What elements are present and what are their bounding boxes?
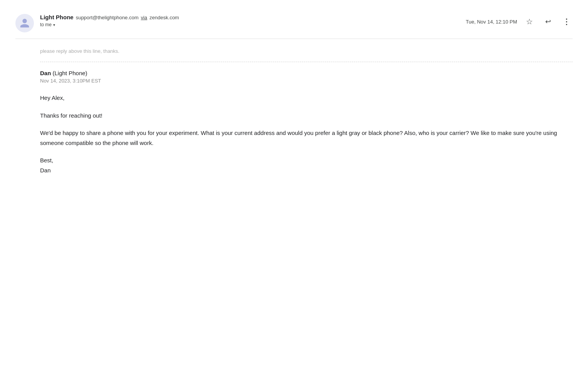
message-body: Hey Alex, Thanks for reaching out! We'd … bbox=[40, 93, 573, 175]
greeting: Hey Alex, bbox=[40, 93, 573, 103]
author-name: Dan bbox=[40, 70, 51, 76]
sender-section: Light Phone support@thelightphone.com vi… bbox=[15, 14, 179, 32]
sender-info: Light Phone support@thelightphone.com vi… bbox=[40, 14, 179, 27]
more-options-button[interactable]: ⋮ bbox=[560, 15, 573, 28]
sender-name-row: Light Phone support@thelightphone.com vi… bbox=[40, 14, 179, 20]
email-container: Light Phone support@thelightphone.com vi… bbox=[0, 0, 588, 190]
reply-above-line: please reply above this line, thanks. bbox=[40, 48, 573, 54]
paragraph1: Thanks for reaching out! bbox=[40, 111, 573, 121]
more-icon: ⋮ bbox=[563, 17, 570, 26]
person-icon bbox=[19, 18, 30, 29]
to-me-label: to me bbox=[40, 22, 52, 27]
avatar bbox=[15, 14, 34, 32]
message-author: Dan (Light Phone) bbox=[40, 70, 573, 76]
chevron-down-icon[interactable]: ▾ bbox=[53, 23, 55, 27]
reply-icon: ↩ bbox=[545, 17, 551, 26]
sender-email: support@thelightphone.com bbox=[76, 15, 139, 20]
email-header: Light Phone support@thelightphone.com vi… bbox=[15, 8, 573, 39]
closing: Best, Dan bbox=[40, 155, 573, 175]
via-text: via bbox=[141, 15, 147, 20]
star-icon: ☆ bbox=[526, 17, 533, 26]
author-company: (Light Phone) bbox=[53, 70, 87, 76]
email-date: Tue, Nov 14, 12:10 PM bbox=[466, 19, 517, 25]
divider bbox=[40, 62, 573, 62]
star-button[interactable]: ☆ bbox=[523, 15, 536, 28]
message-date: Nov 14, 2023, 3:10PM EST bbox=[40, 78, 573, 84]
reply-button[interactable]: ↩ bbox=[542, 15, 554, 28]
zendesk-domain: zendesk.com bbox=[150, 15, 179, 20]
paragraph2: We'd be happy to share a phone with you … bbox=[40, 128, 573, 148]
sender-name: Light Phone bbox=[40, 14, 74, 20]
message-attribution: Dan (Light Phone) Nov 14, 2023, 3:10PM E… bbox=[40, 70, 573, 84]
header-actions: Tue, Nov 14, 12:10 PM ☆ ↩ ⋮ bbox=[466, 14, 573, 28]
email-body: please reply above this line, thanks. Da… bbox=[15, 39, 573, 175]
to-me-row[interactable]: to me ▾ bbox=[40, 22, 179, 27]
